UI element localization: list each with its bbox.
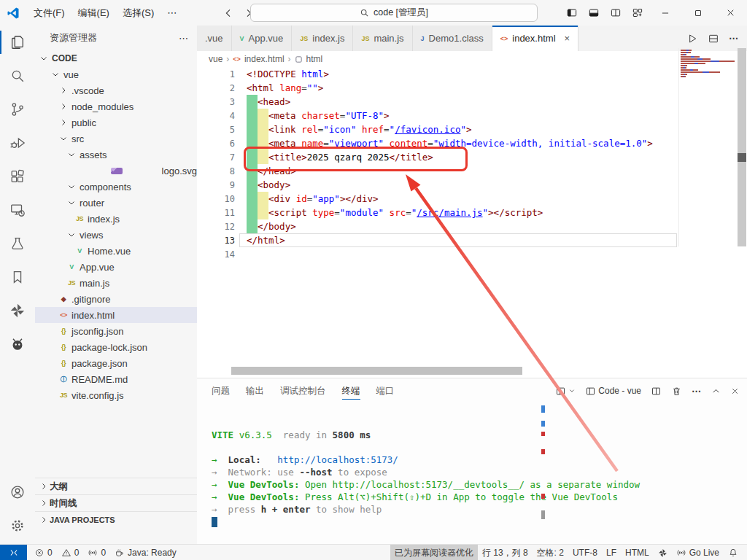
tree-item-home.vue[interactable]: VHome.vue: [35, 243, 197, 259]
menu-E[interactable]: 编辑(E): [71, 4, 116, 22]
code-editor[interactable]: 1<!DOCTYPE html>2<html lang="">3<head>4<…: [197, 67, 747, 261]
breadcrumb-item[interactable]: vue: [209, 54, 222, 64]
menu-S[interactable]: 选择(S): [116, 4, 160, 22]
tree-item-code[interactable]: CODE: [35, 50, 197, 66]
activity-run-debug-icon[interactable]: [0, 126, 35, 160]
status-error[interactable]: 0: [30, 545, 57, 560]
maximize-button[interactable]: [681, 0, 714, 26]
more-actions-icon[interactable]: ⋯: [729, 33, 738, 44]
tab-main-js[interactable]: JSmain.js: [353, 26, 412, 51]
split-editor-button[interactable]: [708, 33, 719, 44]
status-java[interactable]: Java: Ready: [110, 545, 181, 560]
panel-tab-输出[interactable]: 输出: [246, 378, 264, 403]
activity-bookmarks-icon[interactable]: [0, 260, 35, 294]
tab--vue[interactable]: .vue: [197, 26, 232, 51]
close-panel-icon[interactable]: [730, 386, 740, 396]
panel-more-icon[interactable]: ⋯: [692, 386, 702, 397]
breadcrumb-item[interactable]: html: [306, 54, 323, 64]
tree-item-vue[interactable]: vue: [35, 66, 197, 82]
activity-source-control-icon[interactable]: [0, 93, 35, 126]
tree-item-jsconfig.json[interactable]: {}jsconfig.json: [35, 323, 197, 339]
close-window-button[interactable]: [714, 0, 747, 26]
sidebar-more-icon[interactable]: ⋯: [179, 33, 188, 44]
tree-item-index.js[interactable]: JSindex.js: [35, 211, 197, 227]
status-utf-8[interactable]: UTF-8: [568, 545, 602, 560]
tree-item-assets[interactable]: assets: [35, 147, 197, 163]
status-warning[interactable]: 0: [57, 545, 84, 560]
breadcrumb-item[interactable]: index.html: [244, 54, 285, 64]
tree-item-readme.md[interactable]: ⓘREADME.md: [35, 371, 197, 387]
sidebar-section-时间线[interactable]: 时间线: [35, 494, 197, 511]
terminal-output[interactable]: VITE v6.3.5 ready in 5800 ms → Local: ht…: [212, 416, 640, 528]
tree-item-index.html[interactable]: <>index.html: [35, 307, 197, 323]
back-icon[interactable]: [222, 7, 234, 19]
status--[interactable]: 已为屏幕阅读器优化: [390, 545, 478, 560]
minimize-button[interactable]: [649, 0, 681, 26]
status--13-8[interactable]: 行 13，列 8: [478, 545, 533, 560]
minimap[interactable]: [678, 48, 738, 246]
status-lf[interactable]: LF: [602, 545, 621, 560]
status-bell[interactable]: [724, 545, 743, 560]
customize-layout-icon[interactable]: [627, 0, 649, 26]
kill-terminal-icon[interactable]: [671, 386, 682, 397]
tree-item-logo.svg[interactable]: logo.svg: [35, 163, 197, 179]
tab-App-vue[interactable]: VApp.vue: [232, 26, 293, 51]
panel-tab-调试控制台[interactable]: 调试控制台: [280, 378, 326, 403]
split-terminal-icon[interactable]: [651, 386, 662, 397]
terminal-instance[interactable]: Code - vue: [585, 386, 641, 397]
panel-tab-问题[interactable]: 问题: [212, 378, 230, 403]
tree-item-package.json[interactable]: {}package.json: [35, 355, 197, 371]
editor-vertical-scrollbar[interactable]: [738, 48, 746, 246]
tree-item-src[interactable]: src: [35, 131, 197, 147]
activity-extensions-icon[interactable]: [0, 160, 35, 193]
status-broadcast[interactable]: Go Live: [672, 545, 724, 560]
tree-item-app.vue[interactable]: VApp.vue: [35, 259, 197, 275]
tree-item-node_modules[interactable]: node_modules: [35, 98, 197, 114]
menu-F[interactable]: 文件(F): [27, 4, 71, 22]
tree-item-.vscode[interactable]: .vscode: [35, 82, 197, 98]
panel-tab-端口[interactable]: 端口: [376, 378, 395, 403]
tab-index-js[interactable]: JSindex.js: [292, 26, 353, 51]
tree-item-package-lock.json[interactable]: {}package-lock.json: [35, 339, 197, 355]
tree-item-public[interactable]: public: [35, 114, 197, 131]
tree-item-main.js[interactable]: JSmain.js: [35, 275, 197, 291]
maximize-panel-icon[interactable]: [711, 386, 721, 396]
tab-index-html[interactable]: <>index.html×: [492, 26, 578, 51]
tree-item-components[interactable]: components: [35, 179, 197, 195]
panel-tab-终端[interactable]: 终端: [342, 378, 360, 403]
tree-item-.gitignore[interactable]: ◆.gitignore: [35, 291, 197, 307]
split-editor-icon[interactable]: [605, 0, 627, 26]
activity-pinwheel-extension-icon[interactable]: [0, 294, 35, 327]
sidebar-section-java projects[interactable]: JAVA PROJECTS: [35, 511, 197, 528]
toggle-panel-icon[interactable]: [583, 0, 605, 26]
activity-account-icon[interactable]: [0, 475, 35, 509]
command-center[interactable]: code [管理员]: [250, 4, 538, 22]
remote-indicator[interactable]: [0, 545, 27, 560]
code-token: <meta: [268, 110, 301, 121]
status-html[interactable]: HTML: [621, 545, 654, 560]
status-ports[interactable]: 0: [83, 545, 110, 560]
activity-settings-icon[interactable]: [0, 509, 35, 542]
tree-item-vite.config.js[interactable]: JSvite.config.js: [35, 387, 197, 403]
tree-item-router[interactable]: router: [35, 195, 197, 211]
menu-[interactable]: ⋯: [160, 4, 183, 22]
terminal-launch-icon[interactable]: [555, 386, 576, 397]
activity-remote-explorer-icon[interactable]: [0, 193, 35, 227]
activity-testing-icon[interactable]: [0, 227, 35, 260]
sidebar-section-大纲[interactable]: 大纲: [35, 478, 197, 494]
breadcrumb[interactable]: vue›<>index.html›html: [197, 51, 747, 67]
toggle-sidebar-icon[interactable]: [561, 0, 583, 26]
status--2[interactable]: 空格: 2: [533, 545, 568, 560]
activity-bee-extension-icon[interactable]: [0, 327, 35, 361]
tree-item-views[interactable]: views: [35, 227, 197, 243]
tree-item-label: README.md: [71, 374, 128, 385]
status-pinwheel[interactable]: [654, 545, 672, 560]
close-tab-icon[interactable]: ×: [565, 33, 570, 44]
code-token: =: [318, 124, 324, 135]
editor-horizontal-scrollbar[interactable]: [231, 367, 522, 375]
tree-item-label: src: [71, 133, 84, 144]
tab-Demo1-class[interactable]: JDemo1.class: [413, 26, 492, 51]
run-button[interactable]: [686, 33, 698, 44]
activity-search-icon[interactable]: [0, 59, 35, 93]
activity-explorer-icon[interactable]: [0, 26, 35, 59]
